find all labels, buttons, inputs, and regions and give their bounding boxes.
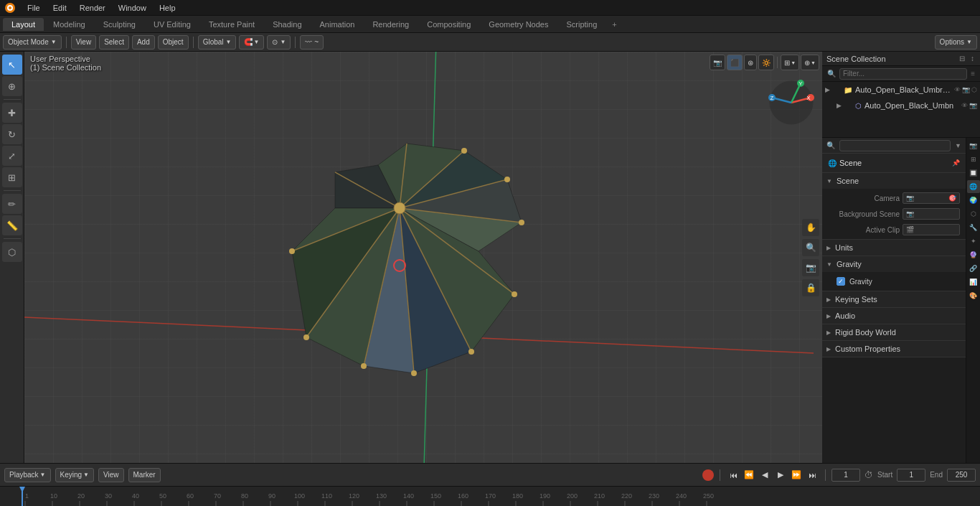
current-frame-input[interactable]	[831, 469, 860, 482]
rendered-shading-btn[interactable]: 🔆	[758, 55, 774, 70]
prop-tab-constraints[interactable]: 🔗	[967, 262, 980, 275]
outliner-search-input[interactable]	[839, 68, 967, 80]
timeline-marker-btn[interactable]: Marker	[128, 468, 161, 482]
transform-graph[interactable]: 〰 ~	[300, 35, 324, 50]
menu-edit[interactable]: Edit	[47, 2, 72, 14]
menu-help[interactable]: Help	[154, 2, 182, 14]
outliner-eye-icon-0[interactable]: 👁	[954, 86, 961, 93]
keying-sets-header[interactable]: ▶ Keying Sets	[822, 291, 966, 307]
playback-dropdown[interactable]: Playback ▼	[4, 468, 51, 482]
background-scene-value[interactable]: 📷	[903, 208, 960, 220]
time-control-icon[interactable]: ⏱	[864, 470, 873, 480]
keying-dropdown[interactable]: Keying ▼	[55, 468, 95, 482]
tool-scale[interactable]: ⤢	[2, 146, 22, 166]
active-clip-value[interactable]: 🎬	[903, 224, 960, 235]
vp-zoom-tool[interactable]: 🔍	[802, 239, 819, 256]
menu-file[interactable]: File	[22, 2, 46, 14]
tool-select[interactable]: ↖	[2, 55, 22, 75]
prop-tab-scene[interactable]: 🌐	[967, 180, 980, 193]
object-mode-dropdown[interactable]: Object Mode ▼	[3, 35, 62, 50]
outliner-expand-0[interactable]: ▶	[825, 86, 832, 93]
prop-tab-output[interactable]: ⊞	[967, 153, 980, 166]
prop-tab-particles[interactable]: ✦	[967, 235, 980, 248]
prop-tab-data[interactable]: 📊	[967, 276, 980, 289]
start-frame-input[interactable]	[897, 469, 925, 482]
scene-section-header[interactable]: ▼ Scene	[822, 173, 966, 189]
select-menu[interactable]: Select	[99, 35, 129, 50]
outliner-sort-icon[interactable]: ↕	[969, 54, 976, 63]
outliner-render-icon-0[interactable]: ⬡	[971, 86, 977, 93]
filter-type-icon[interactable]: ≡	[969, 69, 977, 78]
tool-rotate[interactable]: ↻	[2, 124, 22, 144]
prop-tab-render[interactable]: 📷	[967, 139, 980, 152]
prev-keyframe-btn[interactable]: ⏪	[742, 468, 756, 482]
viewport-3d[interactable]: User Perspective (1) Scene Collection 📷 …	[24, 52, 822, 463]
tab-sculpting[interactable]: Sculpting	[95, 18, 144, 31]
prop-tab-object[interactable]: ⬡	[967, 207, 980, 220]
jump-end-btn[interactable]: ⏭	[805, 468, 819, 482]
add-workspace-button[interactable]: +	[606, 18, 622, 31]
outliner-eye-icon-1[interactable]: 👁	[961, 102, 968, 109]
prop-tab-world[interactable]: 🌍	[967, 194, 980, 207]
gravity-section-header[interactable]: ▼ Gravity	[822, 256, 966, 272]
camera-viewport-btn[interactable]: 📷	[710, 55, 725, 70]
outliner-filter-icon[interactable]: ⊟	[958, 54, 966, 63]
prop-tab-physics[interactable]: 🔮	[967, 248, 980, 261]
outliner-camera-icon-0[interactable]: 📷	[962, 86, 970, 93]
play-reverse-btn[interactable]: ◀	[758, 468, 772, 482]
overlay-toggle[interactable]: ⊞▼	[781, 55, 799, 70]
solid-shading-btn[interactable]: ⬛	[727, 55, 743, 70]
tool-cursor[interactable]: ⊕	[2, 76, 22, 96]
proportional-edit[interactable]: ⊙ ▼	[267, 35, 291, 50]
timeline-track[interactable]: 1 10 20 30 40 50 60 70 80 90 100 110 120	[0, 486, 980, 506]
camera-picker-icon[interactable]: 🎯	[948, 195, 956, 202]
menu-render[interactable]: Render	[74, 2, 111, 14]
vp-camera-tool[interactable]: 📷	[802, 259, 819, 276]
material-shading-btn[interactable]: ⊛	[744, 55, 757, 70]
tab-geometry-nodes[interactable]: Geometry Nodes	[480, 18, 557, 31]
custom-props-header[interactable]: ▶ Custom Properties	[822, 341, 966, 357]
outliner-expand-1[interactable]: ▶	[837, 102, 844, 109]
prop-tab-modifier[interactable]: 🔧	[967, 221, 980, 234]
tab-layout[interactable]: Layout	[3, 18, 44, 31]
properties-pin-icon[interactable]: 📌	[952, 159, 960, 167]
snap-toggle[interactable]: 🧲 ▼	[239, 35, 264, 50]
rigid-body-header[interactable]: ▶ Rigid Body World	[822, 324, 966, 340]
options-button[interactable]: Options ▼	[935, 35, 977, 50]
next-keyframe-btn[interactable]: ⏩	[789, 468, 804, 482]
tool-add[interactable]: ⬡	[2, 242, 22, 262]
record-button[interactable]	[702, 469, 714, 481]
view-menu[interactable]: View	[71, 35, 97, 50]
tab-shading[interactable]: Shading	[264, 18, 310, 31]
tab-compositing[interactable]: Compositing	[418, 18, 479, 31]
tab-uv-editing[interactable]: UV Editing	[145, 18, 199, 31]
vp-pan-tool[interactable]: ✋	[802, 219, 819, 236]
prop-tab-view-layer[interactable]: 🔲	[967, 167, 980, 179]
menu-window[interactable]: Window	[113, 2, 152, 14]
prop-tab-material[interactable]: 🎨	[967, 289, 980, 302]
timeline-view-btn[interactable]: View	[98, 468, 124, 482]
outliner-item-0[interactable]: ▶ 📁 Auto_Open_Black_Umbrella_f 👁 📷 ⬡	[822, 82, 980, 98]
tool-transform[interactable]: ⊞	[2, 167, 22, 187]
global-dropdown[interactable]: Global ▼	[198, 35, 237, 50]
vp-lock-tool[interactable]: 🔒	[802, 279, 819, 296]
object-menu[interactable]: Object	[158, 35, 189, 50]
tab-scripting[interactable]: Scripting	[557, 18, 606, 31]
gizmo-toggle[interactable]: ⊕▼	[801, 55, 819, 70]
tab-animation[interactable]: Animation	[311, 18, 364, 31]
filter-icon-1[interactable]: 🔍	[825, 69, 838, 78]
tab-texture-paint[interactable]: Texture Paint	[200, 18, 263, 31]
blender-logo[interactable]	[3, 1, 17, 15]
properties-filter-dropdown[interactable]: ▼	[955, 142, 961, 149]
tab-modeling[interactable]: Modeling	[44, 18, 94, 31]
play-btn[interactable]: ▶	[773, 468, 788, 482]
tool-measure[interactable]: 📏	[2, 215, 22, 235]
units-section-header[interactable]: ▶ Units	[822, 240, 966, 256]
audio-header[interactable]: ▶ Audio	[822, 308, 966, 324]
tool-move[interactable]: ✚	[2, 103, 22, 123]
tab-rendering[interactable]: Rendering	[364, 18, 418, 31]
add-menu[interactable]: Add	[132, 35, 155, 50]
tool-annotate[interactable]: ✏	[2, 194, 22, 214]
jump-start-btn[interactable]: ⏮	[726, 468, 740, 482]
camera-value[interactable]: 📷 🎯	[903, 192, 960, 204]
